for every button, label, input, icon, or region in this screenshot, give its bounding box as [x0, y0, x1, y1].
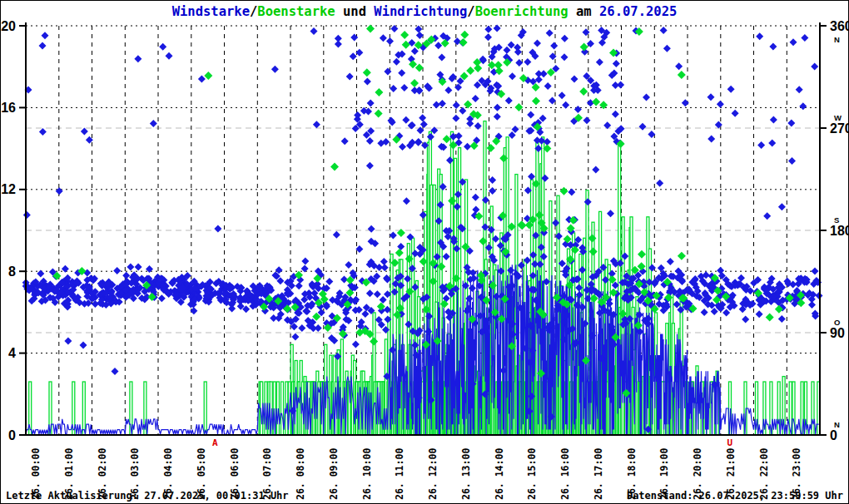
wind-dir-point	[313, 121, 320, 128]
wind-dir-point	[355, 49, 363, 57]
gust-dir-point	[375, 88, 383, 96]
wind-dir-point	[352, 341, 360, 348]
wind-dir-point	[455, 132, 463, 140]
x-tick-label: 26. 08:00	[295, 448, 306, 500]
wind-dir-point	[134, 55, 142, 62]
wind-dir-point	[380, 34, 387, 42]
compass-letter: W	[834, 113, 842, 122]
wind-dir-point	[39, 128, 47, 136]
wind-dir-point	[198, 75, 206, 82]
gust-dir-point	[466, 67, 474, 75]
wind-dir-point	[717, 101, 724, 108]
x-tick-label: 26. 16:00	[559, 448, 571, 500]
wind-dir-point	[438, 54, 445, 62]
wind-dir-point	[444, 86, 452, 94]
wind-dir-point	[345, 261, 352, 269]
gust-dir-point	[370, 338, 378, 346]
wind-dir-point	[350, 52, 357, 60]
chart-title: Windstarke/Boenstarke und Windrichtung/B…	[172, 4, 678, 19]
wind-chart-canvas: 201612840360N270W180S90O0N26. 00:0026. 0…	[1, 1, 848, 503]
wind-dir-point	[796, 86, 803, 93]
y-left-tick-label: 0	[8, 428, 16, 442]
wind-dir-point	[788, 157, 796, 165]
gust-dir-point	[638, 250, 646, 259]
wind-dir-point	[386, 37, 394, 45]
gust-dir-point	[402, 41, 410, 49]
wind-dir-point	[298, 324, 305, 332]
wind-dir-point	[701, 309, 708, 316]
x-tick-label: 26. 17:00	[593, 448, 604, 500]
gust-dir-point	[589, 248, 598, 256]
wind-dir-point	[708, 136, 715, 143]
wind-dir-point	[482, 196, 489, 204]
wind-dir-point	[402, 116, 410, 124]
wind-dir-point	[453, 101, 460, 109]
sunrise-sunset-markers: AU	[212, 437, 733, 448]
wind-dir-point	[80, 342, 87, 349]
gust-dir-point	[495, 67, 504, 75]
wind-dir-point	[562, 101, 569, 109]
wind-dir-point	[607, 210, 614, 217]
compass-letter: O	[834, 318, 840, 327]
wind-dir-point	[673, 301, 681, 309]
x-tick-label: 26. 12:00	[427, 448, 439, 500]
wind-dir-point	[769, 42, 777, 50]
wind-dir-point	[399, 143, 406, 151]
wind-dir-point	[583, 116, 591, 124]
gust-bar	[281, 382, 284, 435]
gust-dir-point	[366, 25, 375, 33]
gust-dir-point	[580, 43, 588, 52]
compass-letter: N	[834, 35, 840, 44]
wind-dir-point	[763, 212, 771, 220]
wind-dir-point	[514, 48, 522, 56]
wind-dir-point	[722, 309, 730, 317]
weather-chart-window: 201612840360N270W180S90O0N26. 00:0026. 0…	[0, 0, 849, 504]
wind-dir-point	[112, 368, 119, 375]
gust-dir-point	[532, 97, 540, 106]
wind-dir-point	[801, 34, 808, 42]
wind-dir-point	[56, 187, 63, 195]
wind-dir-point	[757, 141, 765, 149]
wind-dir-point	[544, 82, 552, 90]
wind-dir-point	[663, 45, 671, 52]
wind-dir-point	[768, 140, 776, 147]
title-part-slash1: /	[250, 4, 257, 19]
compass-letter: S	[834, 215, 839, 225]
gust-dir-point	[410, 79, 419, 87]
wind-dir-point	[150, 120, 157, 127]
wind-dir-point	[484, 33, 492, 41]
wind-dir-point	[812, 268, 819, 275]
gust-dir-point	[400, 31, 409, 39]
wind-dir-point	[361, 310, 369, 318]
wind-dir-point	[617, 82, 624, 89]
gust-dir-point	[204, 72, 212, 80]
wind-dir-point	[715, 121, 722, 129]
gust-dir-point	[766, 313, 774, 321]
last-update-text: Letzte Aktualisierung: 27.07.2025, 00:01…	[6, 490, 289, 502]
wind-dir-point	[39, 42, 47, 50]
wind-dir-point	[790, 38, 797, 46]
wind-dir-point	[524, 58, 531, 66]
wind-dir-point	[787, 119, 795, 126]
wind-dir-point	[405, 321, 412, 329]
y-left-tick-label: 20	[1, 19, 16, 33]
wind-dir-point	[400, 84, 408, 91]
wind-dir-point	[568, 188, 575, 195]
title-part-boenstarke: Boenstarke	[257, 4, 335, 19]
wind-dir-point	[113, 267, 121, 274]
wind-dir-point	[742, 316, 749, 324]
wind-dir-point	[398, 69, 405, 77]
wind-dir-point	[528, 173, 535, 180]
wind-dir-point	[756, 32, 763, 40]
wind-dir-point	[390, 232, 397, 240]
wind-dir-point	[310, 27, 318, 35]
title-part-windrichtung: Windrichtung	[374, 4, 467, 19]
gust-dir-point	[678, 71, 686, 79]
gust-dir-point	[519, 221, 527, 230]
wind-dir-point	[81, 128, 88, 136]
wind-dir-point	[799, 102, 807, 110]
gust-dir-point	[459, 38, 468, 47]
wind-dir-point	[271, 66, 279, 73]
gust-bar	[812, 382, 814, 435]
wind-dir-point	[561, 53, 568, 61]
